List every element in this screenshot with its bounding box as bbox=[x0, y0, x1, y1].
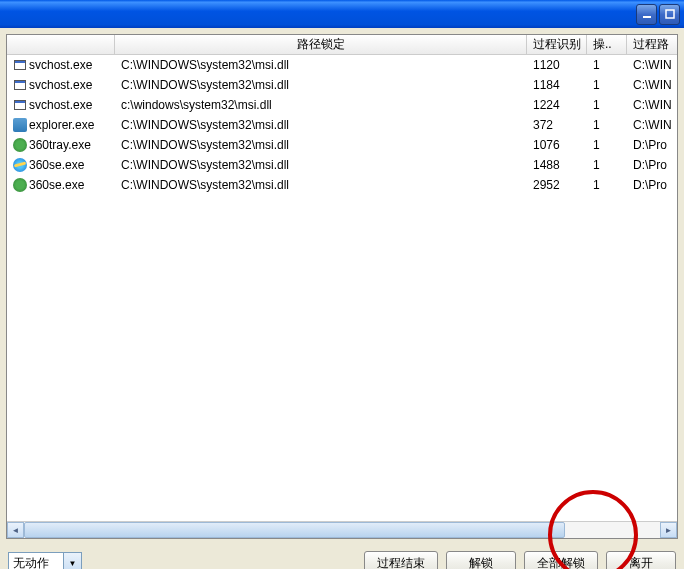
column-op[interactable]: 操.. bbox=[587, 35, 627, 54]
path-cell: C:\WINDOWS\system32\msi.dll bbox=[115, 56, 527, 74]
table-body: svchost.exeC:\WINDOWS\system32\msi.dll11… bbox=[7, 55, 677, 521]
main-panel: 路径锁定 过程识别 操.. 过程路 svchost.exeC:\WINDOWS\… bbox=[6, 34, 678, 539]
op-cell: 1 bbox=[587, 136, 627, 154]
unlock-all-button[interactable]: 全部解锁 bbox=[524, 551, 598, 569]
titlebar bbox=[0, 0, 684, 28]
op-cell: 1 bbox=[587, 76, 627, 94]
path-cell: C:\WINDOWS\system32\msi.dll bbox=[115, 176, 527, 194]
svg-rect-1 bbox=[666, 10, 674, 18]
proc-cell: D:\Pro bbox=[627, 176, 677, 194]
process-name: explorer.exe bbox=[29, 118, 94, 132]
process-name: 360tray.exe bbox=[29, 138, 91, 152]
360-icon bbox=[13, 178, 27, 192]
action-dropdown-arrow[interactable]: ▼ bbox=[64, 552, 82, 569]
app-icon bbox=[13, 98, 27, 112]
ie-icon bbox=[13, 158, 27, 172]
process-name: 360se.exe bbox=[29, 158, 84, 172]
process-name: 360se.exe bbox=[29, 178, 84, 192]
explorer-icon bbox=[13, 118, 27, 132]
horizontal-scrollbar[interactable]: ◄ ► bbox=[7, 521, 677, 538]
proc-cell: D:\Pro bbox=[627, 156, 677, 174]
column-pid[interactable]: 过程识别 bbox=[527, 35, 587, 54]
pid-cell: 1184 bbox=[527, 76, 587, 94]
column-name[interactable] bbox=[7, 35, 115, 54]
proc-cell: C:\WIN bbox=[627, 76, 677, 94]
path-cell: C:\WINDOWS\system32\msi.dll bbox=[115, 76, 527, 94]
action-dropdown-input[interactable] bbox=[8, 552, 64, 569]
op-cell: 1 bbox=[587, 56, 627, 74]
table-row[interactable]: 360se.exeC:\WINDOWS\system32\msi.dll2952… bbox=[7, 175, 677, 195]
path-cell: c:\windows\system32\msi.dll bbox=[115, 96, 527, 114]
column-path[interactable]: 路径锁定 bbox=[115, 35, 527, 54]
scroll-left-button[interactable]: ◄ bbox=[7, 522, 24, 538]
pid-cell: 372 bbox=[527, 116, 587, 134]
path-cell: C:\WINDOWS\system32\msi.dll bbox=[115, 136, 527, 154]
process-name: svchost.exe bbox=[29, 58, 92, 72]
bottom-toolbar: ▼ 过程结束 解锁 全部解锁 离开 bbox=[0, 545, 684, 569]
pid-cell: 1076 bbox=[527, 136, 587, 154]
op-cell: 1 bbox=[587, 156, 627, 174]
table-row[interactable]: svchost.exeC:\WINDOWS\system32\msi.dll11… bbox=[7, 55, 677, 75]
pid-cell: 2952 bbox=[527, 176, 587, 194]
minimize-button[interactable] bbox=[636, 4, 657, 25]
process-name: svchost.exe bbox=[29, 78, 92, 92]
app-icon bbox=[13, 78, 27, 92]
proc-cell: C:\WIN bbox=[627, 56, 677, 74]
op-cell: 1 bbox=[587, 116, 627, 134]
leave-button[interactable]: 离开 bbox=[606, 551, 676, 569]
proc-cell: C:\WIN bbox=[627, 96, 677, 114]
maximize-button[interactable] bbox=[659, 4, 680, 25]
pid-cell: 1120 bbox=[527, 56, 587, 74]
360-icon bbox=[13, 138, 27, 152]
pid-cell: 1488 bbox=[527, 156, 587, 174]
unlock-button[interactable]: 解锁 bbox=[446, 551, 516, 569]
svg-rect-0 bbox=[643, 16, 651, 18]
table-row[interactable]: svchost.exeC:\WINDOWS\system32\msi.dll11… bbox=[7, 75, 677, 95]
end-process-button[interactable]: 过程结束 bbox=[364, 551, 438, 569]
op-cell: 1 bbox=[587, 176, 627, 194]
scroll-right-button[interactable]: ► bbox=[660, 522, 677, 538]
table-header: 路径锁定 过程识别 操.. 过程路 bbox=[7, 35, 677, 55]
op-cell: 1 bbox=[587, 96, 627, 114]
app-icon bbox=[13, 58, 27, 72]
table-row[interactable]: svchost.exec:\windows\system32\msi.dll12… bbox=[7, 95, 677, 115]
table-row[interactable]: 360se.exeC:\WINDOWS\system32\msi.dll1488… bbox=[7, 155, 677, 175]
column-process-path[interactable]: 过程路 bbox=[627, 35, 677, 54]
table-row[interactable]: 360tray.exeC:\WINDOWS\system32\msi.dll10… bbox=[7, 135, 677, 155]
action-dropdown[interactable]: ▼ bbox=[8, 552, 82, 569]
proc-cell: C:\WIN bbox=[627, 116, 677, 134]
scroll-thumb[interactable] bbox=[24, 522, 565, 538]
path-cell: C:\WINDOWS\system32\msi.dll bbox=[115, 116, 527, 134]
proc-cell: D:\Pro bbox=[627, 136, 677, 154]
process-name: svchost.exe bbox=[29, 98, 92, 112]
table-row[interactable]: explorer.exeC:\WINDOWS\system32\msi.dll3… bbox=[7, 115, 677, 135]
path-cell: C:\WINDOWS\system32\msi.dll bbox=[115, 156, 527, 174]
scroll-track[interactable] bbox=[24, 522, 660, 538]
pid-cell: 1224 bbox=[527, 96, 587, 114]
